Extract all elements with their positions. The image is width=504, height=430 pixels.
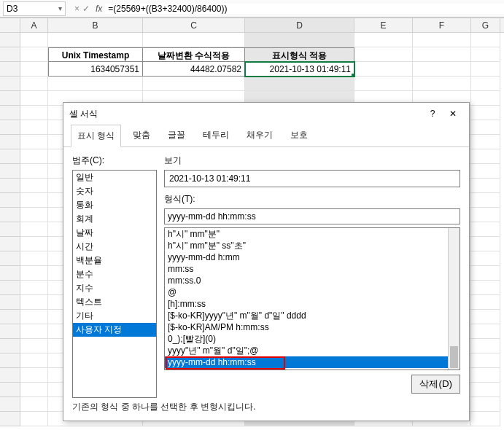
row-header[interactable] — [0, 208, 20, 222]
cancel-icon[interactable]: × — [74, 4, 80, 14]
row-header[interactable] — [0, 266, 20, 281]
row-header[interactable] — [0, 120, 20, 135]
cell[interactable] — [20, 164, 48, 179]
category-item[interactable]: 날짜 — [73, 226, 156, 240]
cell[interactable] — [20, 47, 48, 62]
row-header[interactable] — [0, 251, 20, 266]
col-header-D[interactable]: D — [245, 18, 354, 32]
cell[interactable] — [20, 251, 48, 266]
row-header[interactable] — [0, 33, 20, 47]
cell[interactable] — [471, 179, 500, 193]
format-list-item[interactable]: [$-ko-KR]yyyy"년" m"월" d"일" dddd — [165, 310, 460, 321]
cell[interactable] — [471, 106, 500, 120]
cell[interactable] — [20, 179, 48, 193]
category-item[interactable]: 숫자 — [73, 184, 156, 198]
row-header[interactable] — [0, 62, 20, 77]
cell[interactable] — [20, 62, 48, 77]
row-header[interactable] — [0, 164, 20, 179]
format-list-item[interactable]: yyyy-mm-dd h:mm — [165, 251, 460, 263]
cell[interactable] — [20, 149, 48, 164]
cell[interactable] — [413, 62, 471, 77]
cell[interactable] — [471, 383, 500, 397]
category-item[interactable]: 일반 — [73, 171, 156, 184]
format-list-item[interactable]: mm:ss — [165, 263, 460, 275]
row-header[interactable] — [0, 135, 20, 149]
cell[interactable] — [20, 33, 48, 47]
scrollbar-vertical[interactable] — [448, 228, 460, 370]
cell[interactable] — [471, 237, 500, 251]
tab-1[interactable]: 맞춤 — [127, 125, 156, 146]
category-item[interactable]: 시간 — [73, 240, 156, 254]
cell[interactable] — [20, 120, 48, 135]
cell[interactable]: 1634057351 — [48, 62, 143, 77]
cell[interactable] — [20, 412, 48, 426]
cell[interactable] — [354, 47, 413, 62]
format-input[interactable] — [164, 208, 460, 224]
cell[interactable] — [354, 62, 413, 77]
category-item[interactable]: 회계 — [73, 212, 156, 226]
cell[interactable] — [471, 193, 500, 208]
cell[interactable] — [471, 91, 500, 106]
cell[interactable] — [471, 310, 500, 324]
cell[interactable] — [20, 193, 48, 208]
category-item[interactable]: 텍스트 — [73, 295, 156, 309]
cell[interactable]: 44482.07582 — [143, 62, 245, 77]
cell[interactable] — [20, 77, 48, 91]
format-list-item[interactable]: @ — [165, 286, 460, 298]
row-header[interactable] — [0, 412, 20, 426]
cell[interactable] — [143, 33, 245, 47]
tab-4[interactable]: 채우기 — [241, 125, 279, 146]
row-header[interactable] — [0, 383, 20, 397]
cell[interactable] — [471, 164, 500, 179]
cell[interactable]: Unix Timestamp — [48, 47, 143, 62]
format-list-item[interactable]: [h]:mm:ss — [165, 298, 460, 310]
cell[interactable] — [471, 47, 500, 62]
cell[interactable] — [471, 368, 500, 383]
cell[interactable] — [20, 237, 48, 251]
cell[interactable] — [20, 324, 48, 339]
cell[interactable] — [354, 77, 413, 91]
cell[interactable]: 표시형식 적용 — [245, 47, 354, 62]
row-header[interactable] — [0, 179, 20, 193]
category-item[interactable]: 백분율 — [73, 254, 156, 267]
cell[interactable] — [471, 149, 500, 164]
cell[interactable]: 날짜변환 수식적용 — [143, 47, 245, 62]
format-list-item[interactable]: 0_);[빨강](0) — [165, 333, 460, 345]
help-icon[interactable]: ? — [422, 103, 443, 124]
cell[interactable] — [471, 62, 500, 77]
cell[interactable] — [471, 353, 500, 368]
format-list-item[interactable]: h"시" mm"분" ss"초" — [165, 240, 460, 251]
col-header-E[interactable]: E — [354, 18, 413, 32]
cell[interactable] — [413, 47, 471, 62]
category-item[interactable]: 기타 — [73, 309, 156, 323]
row-header[interactable] — [0, 295, 20, 310]
category-item[interactable]: 사용자 지정 — [73, 323, 156, 337]
row-header[interactable] — [0, 310, 20, 324]
cell[interactable] — [143, 77, 245, 91]
cell[interactable] — [20, 310, 48, 324]
tab-2[interactable]: 글꼴 — [162, 125, 191, 146]
tab-0[interactable]: 표시 형식 — [71, 125, 121, 147]
cell[interactable] — [471, 120, 500, 135]
cell[interactable] — [20, 339, 48, 353]
cell[interactable] — [20, 368, 48, 383]
cell[interactable] — [20, 91, 48, 106]
category-list[interactable]: 일반숫자통화회계날짜시간백분율분수지수텍스트기타사용자 지정 — [72, 170, 157, 398]
cell[interactable] — [471, 412, 500, 426]
row-header[interactable] — [0, 149, 20, 164]
enter-icon[interactable]: ✓ — [82, 4, 90, 14]
close-icon[interactable]: ✕ — [443, 103, 463, 124]
dialog-titlebar[interactable]: 셀 서식 ? ✕ — [63, 103, 469, 125]
col-header-C[interactable]: C — [143, 18, 245, 32]
cell[interactable] — [354, 33, 413, 47]
row-header[interactable] — [0, 47, 20, 62]
row-header[interactable] — [0, 237, 20, 251]
cell[interactable] — [20, 266, 48, 281]
col-header-F[interactable]: F — [413, 18, 471, 32]
cell[interactable] — [471, 295, 500, 310]
name-box[interactable]: D3 ▾ — [3, 1, 66, 16]
category-item[interactable]: 통화 — [73, 198, 156, 212]
cell[interactable] — [48, 77, 143, 91]
cell[interactable] — [20, 383, 48, 397]
row-header[interactable] — [0, 106, 20, 120]
